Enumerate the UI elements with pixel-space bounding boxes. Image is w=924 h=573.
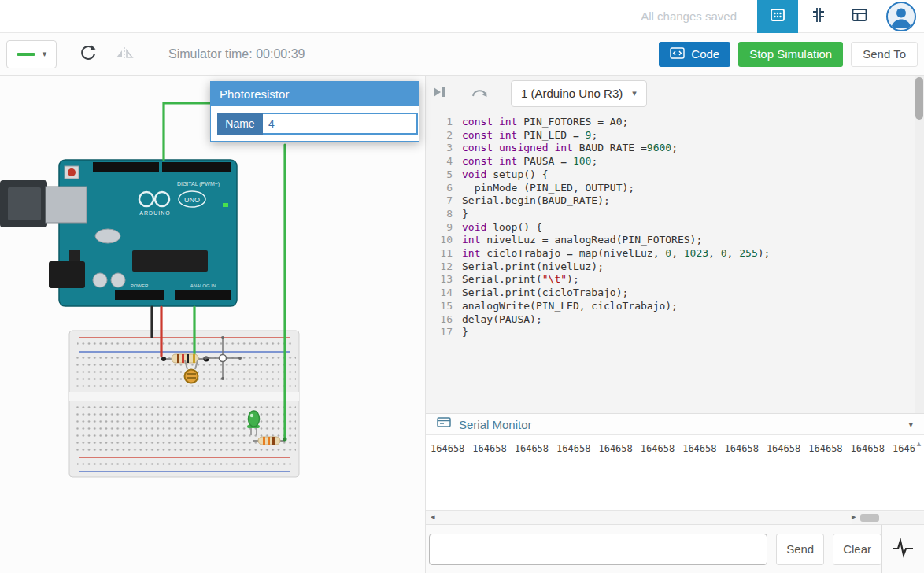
- code-text: const int PAUSA = 100;: [462, 155, 597, 168]
- code-editor[interactable]: 1const int PIN_FOTORES = A0;2const int P…: [426, 111, 924, 413]
- send-button[interactable]: Send: [776, 534, 824, 565]
- serial-value: 164658: [598, 443, 632, 454]
- pin-header-button[interactable]: [798, 0, 839, 33]
- component-list-icon: [850, 6, 869, 28]
- code-line: 15analogWrite(PIN_LED, cicloTrabajo);: [432, 300, 924, 313]
- tinkercad-circuits-app: All changes saved ▾: [0, 0, 924, 573]
- serial-monitor-icon: [437, 416, 452, 433]
- line-number: 8: [432, 208, 453, 221]
- save-status: All changes saved: [641, 9, 737, 23]
- analog-label: ANALOG IN: [190, 283, 216, 288]
- line-number: 1: [432, 116, 453, 129]
- scroll-left-icon[interactable]: ◂: [431, 512, 435, 522]
- stop-simulation-button[interactable]: Stop Simulation: [738, 42, 843, 67]
- components-panel-button[interactable]: [757, 0, 798, 33]
- debugger-icon: [434, 87, 446, 101]
- flip-icon: [115, 44, 134, 65]
- send-to-button[interactable]: Send To: [851, 42, 918, 67]
- code-scrollbar[interactable]: [915, 76, 924, 413]
- line-number: 13: [432, 273, 453, 286]
- code-line: 2const int PIN_LED = 9;: [432, 129, 924, 142]
- line-number: 17: [432, 326, 453, 339]
- code-text: const int PIN_FOTORES = A0;: [462, 116, 628, 129]
- serial-value: 164658: [641, 443, 675, 454]
- clear-button[interactable]: Clear: [833, 534, 881, 565]
- serial-value: 164658: [472, 443, 506, 454]
- line-number: 5: [432, 168, 453, 182]
- breadboard-icon: [768, 6, 787, 28]
- reset-button[interactable]: [68, 168, 76, 176]
- code-scrollbar-thumb[interactable]: [915, 77, 923, 120]
- component-list-button[interactable]: [839, 0, 880, 33]
- line-number: 12: [432, 261, 453, 274]
- board-model-label: UNO: [184, 196, 200, 204]
- board-brand-label: ARDUINO: [139, 210, 170, 216]
- code-text: void setup() {: [462, 168, 549, 182]
- simulator-time: Simulator time: 00:00:39: [168, 47, 305, 61]
- hscrollbar-thumb[interactable]: [860, 514, 879, 522]
- wire-green-top[interactable]: [164, 103, 210, 160]
- serial-value: 164658: [682, 443, 716, 454]
- code-line: 14Serial.print(cicloTrabajo);: [432, 286, 924, 300]
- line-number: 2: [432, 129, 453, 142]
- name-input[interactable]: [263, 113, 418, 135]
- simulation-toolbar: ▾ Simulator time: 00:00:39 Code Stop Sim…: [0, 33, 924, 76]
- code-line: 12Serial.print(nivelLuz);: [432, 261, 924, 274]
- breadboard[interactable]: [69, 331, 299, 477]
- line-number: 11: [432, 247, 453, 261]
- topbar: All changes saved: [0, 0, 924, 33]
- circuit-canvas[interactable]: DIGITAL (PWM~) UNO ARDUINO POWER ANALOG …: [0, 76, 426, 573]
- code-text: int cicloTrabajo = map(nivelLuz, 0, 1023…: [462, 247, 770, 261]
- serial-value: 164658: [431, 443, 464, 454]
- serial-value: 164658: [851, 443, 885, 454]
- code-line: 3const unsigned int BAUD_RATE =9600;: [432, 142, 924, 155]
- code-text: void loop() {: [462, 221, 542, 235]
- popup-body: Name: [210, 106, 419, 142]
- circuit-canvas-area[interactable]: DIGITAL (PWM~) UNO ARDUINO POWER ANALOG …: [0, 76, 426, 573]
- serial-input[interactable]: [429, 534, 767, 565]
- code-line: 17}: [432, 326, 924, 339]
- rotate-button[interactable]: [74, 40, 102, 68]
- step-button[interactable]: [465, 79, 493, 108]
- line-number: 6: [432, 182, 453, 195]
- chevron-down-icon[interactable]: ▾: [908, 420, 913, 430]
- code-line: 13Serial.print("\t");: [432, 273, 924, 286]
- code-text: }: [462, 208, 468, 221]
- serial-output: 1646581646581646581646581646581646581646…: [426, 435, 924, 454]
- line-number: 15: [432, 300, 453, 313]
- debugger-button[interactable]: [426, 79, 454, 108]
- code-text: int nivelLuz = analogRead(PIN_FOTORES);: [462, 234, 702, 247]
- code-text: const int PIN_LED = 9;: [462, 129, 597, 142]
- code-line: 11int cicloTrabajo = map(nivelLuz, 0, 10…: [432, 247, 924, 261]
- code-line: 8}: [432, 208, 924, 221]
- serial-monitor-title: Serial Monitor: [459, 418, 532, 431]
- code-line: 4const int PAUSA = 100;: [432, 155, 924, 168]
- code-line: 5void setup() {: [432, 168, 924, 182]
- serial-monitor-header[interactable]: Serial Monitor ▾: [426, 413, 924, 435]
- usb-cable[interactable]: [0, 180, 47, 227]
- chevron-down-icon: ▾: [43, 49, 47, 59]
- digital-label: DIGITAL (PWM~): [177, 181, 220, 187]
- board-selector[interactable]: 1 (Arduino Uno R3) ▾: [511, 80, 647, 107]
- code-line: 6 pinMode (PIN_LED, OUTPUT);: [432, 182, 924, 195]
- code-line: 7Serial.begin(BAUD_RATE);: [432, 194, 924, 208]
- serial-value: 164658: [556, 443, 590, 454]
- step-icon: [471, 87, 488, 101]
- line-number: 7: [432, 194, 453, 208]
- avatar[interactable]: [886, 2, 916, 31]
- code-button-label: Code: [691, 47, 719, 61]
- code-button[interactable]: Code: [659, 42, 730, 67]
- code-text: Serial.print(cicloTrabajo);: [462, 286, 628, 300]
- serial-value: 164658: [808, 443, 842, 454]
- flip-button[interactable]: [110, 40, 139, 68]
- scroll-up-icon[interactable]: ▲: [915, 440, 922, 448]
- line-number: 3: [432, 142, 453, 155]
- code-line: 1const int PIN_FOTORES = A0;: [432, 116, 924, 129]
- arduino-uno-board[interactable]: DIGITAL (PWM~) UNO ARDUINO POWER ANALOG …: [46, 160, 237, 306]
- wire-color-dropdown[interactable]: ▾: [6, 40, 57, 68]
- serial-value: 164658: [725, 443, 759, 454]
- line-number: 10: [432, 234, 453, 247]
- serial-monitor-body: 1646581646581646581646581646581646581646…: [426, 435, 924, 510]
- serial-hscrollbar[interactable]: ◂ ▸: [426, 510, 924, 524]
- graph-toggle-button[interactable]: [881, 525, 924, 573]
